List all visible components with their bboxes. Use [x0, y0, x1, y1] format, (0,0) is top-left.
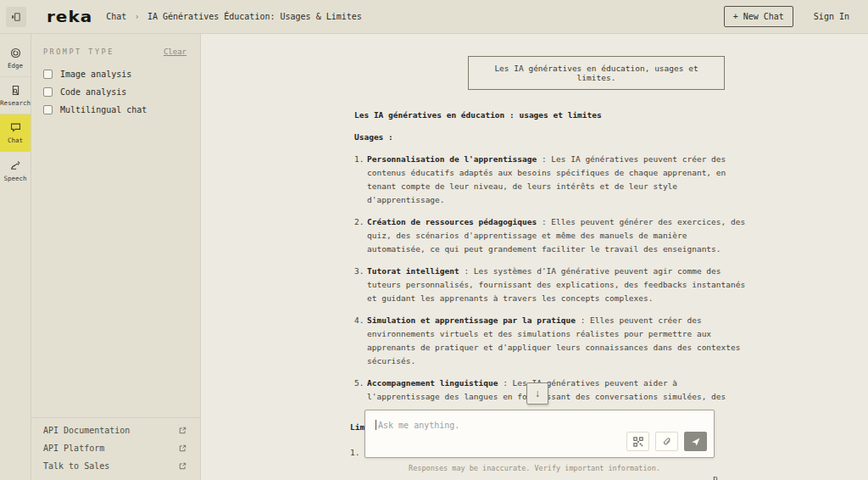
sidebar-footer: API Documentation API Platform Talk to S… — [31, 417, 200, 478]
app-rail: Edge Research Chat Speech — [0, 34, 31, 480]
breadcrumb-separator-icon: › — [134, 11, 140, 22]
side-link-label: API Documentation — [43, 426, 130, 435]
external-link-icon — [179, 444, 186, 452]
usage-item-1: 1.Personnalisation de l'apprentissage : … — [354, 153, 746, 207]
scroll-to-bottom-button[interactable]: ↓ — [526, 382, 548, 405]
topbar-actions: + New Chat Sign In — [724, 6, 868, 27]
list-number: 1. — [354, 153, 364, 166]
usages-heading: Usages : — [354, 131, 746, 144]
usage-list: 1.Personnalisation de l'apprentissage : … — [354, 153, 746, 404]
attachment-button[interactable] — [655, 432, 678, 451]
rail-item-label: Chat — [8, 137, 23, 144]
qr-grid-icon — [633, 437, 643, 447]
usage-item-3: 3.Tutorat intelligent : Les systèmes d'I… — [354, 265, 746, 305]
edge-icon — [9, 47, 22, 59]
usage-item-5: 5.Accompagnement linguistique : Les IA g… — [354, 377, 746, 404]
arrow-down-icon: ↓ — [535, 388, 540, 399]
assistant-response: Les IA génératives en éducation : usages… — [354, 109, 746, 412]
usage-lead: Simulation et apprentissage par la prati… — [367, 315, 576, 325]
chat-main: Les IA génératives en éducation, usages … — [201, 34, 868, 480]
sign-in-link[interactable]: Sign In — [814, 12, 849, 21]
checkbox-multilingual-chat[interactable] — [43, 105, 53, 114]
option-multilingual-chat[interactable]: Multilingual chat — [31, 101, 200, 119]
composer-actions — [626, 432, 707, 451]
breadcrumb: Chat › IA Génératives Éducation: Usages … — [106, 11, 362, 22]
list-number: 2. — [354, 215, 364, 229]
sidebar-toggle-icon — [10, 11, 22, 23]
send-icon — [691, 437, 701, 447]
link-api-documentation[interactable]: API Documentation — [31, 421, 200, 439]
rail-item-edge[interactable]: Edge — [0, 40, 31, 77]
filter-sidebar: PROMPT TYPE Clear Image analysis Code an… — [31, 34, 201, 480]
prompt-type-heading: PROMPT TYPE — [43, 47, 114, 56]
user-message-bubble: Les IA génératives en éducation, usages … — [468, 56, 725, 90]
clear-filters-link[interactable]: Clear — [164, 47, 186, 56]
new-chat-button[interactable]: + New Chat — [724, 6, 793, 27]
rail-item-speech[interactable]: Speech — [0, 152, 31, 189]
rail-item-label: Speech — [3, 175, 26, 182]
side-link-label: Talk to Sales — [43, 461, 109, 471]
usage-item-2: 2.Création de ressources pédagogiques : … — [354, 215, 746, 256]
option-label: Image analysis — [60, 70, 131, 79]
toggle-column — [0, 7, 31, 27]
link-talk-to-sales[interactable]: Talk to Sales — [31, 457, 200, 475]
usage-item-4: 4.Simulation et apprentissage par la pra… — [354, 314, 746, 368]
sidebar-header: PROMPT TYPE Clear — [31, 34, 200, 65]
side-link-label: API Platform — [43, 444, 104, 453]
rail-item-label: Edge — [8, 62, 23, 70]
top-bar: reka Chat › IA Génératives Éducation: Us… — [0, 0, 868, 34]
option-label: Code analysis — [60, 87, 126, 97]
response-title: Les IA génératives en éducation : usages… — [354, 109, 746, 122]
breadcrumb-title: IA Génératives Éducation: Usages & Limit… — [147, 12, 362, 21]
speech-icon — [9, 159, 22, 172]
chat-icon — [9, 121, 22, 134]
research-icon — [9, 84, 22, 97]
option-code-analysis[interactable]: Code analysis — [31, 83, 200, 101]
list-number: 5. — [354, 377, 364, 390]
paperclip-icon — [662, 437, 672, 447]
option-label: Multilingual chat — [60, 105, 147, 114]
usage-lead: Personnalisation de l'apprentissage — [367, 154, 537, 164]
send-button[interactable] — [684, 432, 707, 451]
rail-item-research[interactable]: Research — [0, 77, 31, 114]
checkbox-image-analysis[interactable] — [43, 70, 53, 79]
sidebar-toggle-button[interactable] — [6, 7, 26, 27]
link-api-platform[interactable]: API Platform — [31, 439, 200, 457]
list-number: 3. — [354, 265, 364, 278]
breadcrumb-section[interactable]: Chat — [106, 12, 126, 21]
usage-lead: Création de ressources pédagogiques — [367, 217, 537, 226]
option-image-analysis[interactable]: Image analysis — [31, 65, 200, 83]
usage-lead: Accompagnement linguistique — [367, 378, 498, 388]
disclaimer-text: Responses may be inaccurate. Verify impo… — [201, 464, 868, 472]
composer-placeholder: Ask me anything. — [378, 421, 459, 430]
obscured-text-fragment: p — [713, 473, 718, 480]
external-link-icon — [179, 462, 186, 470]
composer-input[interactable]: Ask me anything. — [376, 420, 704, 430]
checkbox-code-analysis[interactable] — [43, 87, 53, 97]
message-composer[interactable]: Ask me anything. — [364, 410, 715, 458]
external-link-icon — [179, 427, 186, 434]
rail-item-chat[interactable]: Chat — [0, 114, 31, 152]
reka-logo[interactable]: reka — [47, 7, 92, 25]
text-caret — [376, 420, 376, 430]
list-number: 4. — [354, 314, 364, 327]
random-prompt-button[interactable] — [626, 432, 649, 451]
rail-item-label: Research — [0, 99, 31, 107]
usage-lead: Tutorat intelligent — [367, 266, 459, 276]
